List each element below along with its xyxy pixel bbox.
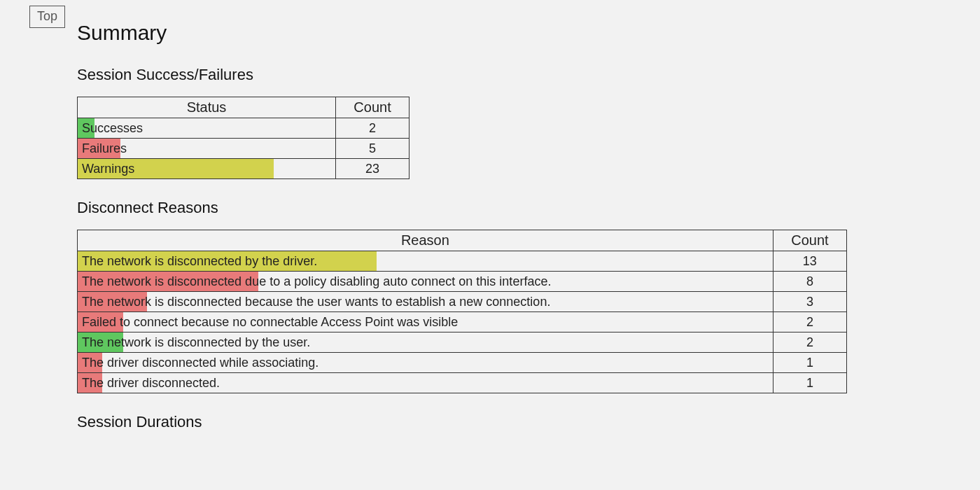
row-count: 3 — [773, 292, 846, 312]
row-label: The network is disconnected by the user. — [78, 334, 773, 351]
row-label: The network is disconnected by the drive… — [78, 253, 773, 270]
bar-cell: Failed to connect because no connectable… — [78, 312, 774, 332]
bar-cell: Warnings — [78, 159, 336, 179]
row-label: The network is disconnected due to a pol… — [78, 273, 773, 290]
count-col-header: Count — [773, 230, 846, 251]
table-row: The network is disconnected because the … — [78, 292, 847, 312]
row-count: 23 — [336, 159, 410, 179]
count-col-header: Count — [336, 97, 410, 118]
report-content: Summary Session Success/Failures Status … — [77, 21, 952, 444]
row-label: Successes — [78, 120, 335, 137]
table-row: The network is disconnected by the drive… — [78, 251, 847, 272]
table-row: The driver disconnected.1 — [78, 373, 847, 393]
row-label: Failures — [78, 140, 335, 158]
bar-cell: The network is disconnected due to a pol… — [78, 272, 774, 292]
table-row: Failed to connect because no connectable… — [78, 312, 847, 332]
row-count: 2 — [336, 118, 410, 139]
bar-cell: The network is disconnected by the user. — [78, 332, 774, 353]
status-table: Status Count Successes2Failures5Warnings… — [77, 97, 410, 179]
top-button[interactable]: Top — [29, 6, 65, 28]
row-count: 2 — [773, 332, 846, 353]
row-count: 8 — [773, 272, 846, 292]
row-label: The network is disconnected because the … — [78, 293, 773, 311]
table-row: The driver disconnected while associatin… — [78, 353, 847, 373]
bar-cell: The driver disconnected. — [78, 373, 774, 393]
table-row: The network is disconnected by the user.… — [78, 332, 847, 353]
reason-col-header: Reason — [78, 230, 774, 251]
bar-cell: Successes — [78, 118, 336, 139]
table-row: Successes2 — [78, 118, 410, 139]
section-heading-status: Session Success/Failures — [77, 66, 952, 84]
row-label: Failed to connect because no connectable… — [78, 314, 773, 331]
section-heading-durations: Session Durations — [77, 413, 952, 431]
bar-cell: The network is disconnected by the drive… — [78, 251, 774, 272]
status-col-header: Status — [78, 97, 336, 118]
table-row: The network is disconnected due to a pol… — [78, 272, 847, 292]
row-label: The driver disconnected while associatin… — [78, 354, 773, 372]
row-count: 1 — [773, 373, 846, 393]
row-count: 1 — [773, 353, 846, 373]
page-title: Summary — [77, 21, 952, 45]
table-row: Warnings23 — [78, 159, 410, 179]
row-count: 5 — [336, 139, 410, 159]
bar-cell: The network is disconnected because the … — [78, 292, 774, 312]
row-label: Warnings — [78, 160, 335, 178]
row-label: The driver disconnected. — [78, 374, 773, 392]
row-count: 2 — [773, 312, 846, 332]
section-heading-disconnect: Disconnect Reasons — [77, 199, 952, 217]
disconnect-table: Reason Count The network is disconnected… — [77, 230, 847, 393]
bar-cell: The driver disconnected while associatin… — [78, 353, 774, 373]
bar-cell: Failures — [78, 139, 336, 159]
table-row: Failures5 — [78, 139, 410, 159]
row-count: 13 — [773, 251, 846, 272]
